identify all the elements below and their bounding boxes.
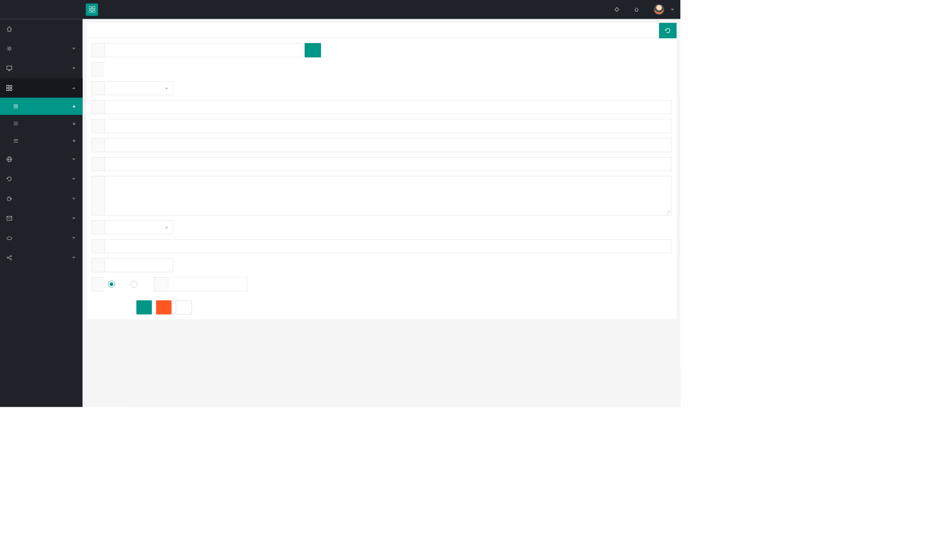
diamond-icon [614, 7, 619, 12]
chevron-down-icon [72, 217, 75, 219]
front-home-link[interactable] [628, 0, 647, 19]
keywords-input[interactable] [105, 158, 672, 171]
svg-rect-6 [7, 66, 12, 69]
home-icon [634, 7, 639, 12]
link-type-value[interactable] [105, 82, 173, 95]
plus-icon: + [73, 120, 75, 126]
keywords-label [91, 157, 104, 171]
svg-point-15 [10, 255, 12, 257]
score-label [91, 220, 104, 234]
site-name-input[interactable] [105, 43, 301, 57]
sub-item-publish-article[interactable]: + [0, 115, 83, 132]
user-menu[interactable] [647, 0, 680, 19]
sidebar-item-system[interactable] [0, 39, 83, 58]
cloud-icon [6, 235, 12, 241]
cup-icon [6, 196, 12, 201]
pub-opt-group [104, 277, 141, 291]
sidebar-item-generate[interactable] [0, 169, 83, 189]
refresh-icon [6, 176, 12, 182]
gear-icon [6, 45, 12, 51]
site-url-label [91, 119, 104, 133]
site-logo-input[interactable] [105, 138, 672, 152]
sidebar-item-columns[interactable] [0, 58, 83, 78]
pub-time-input[interactable] [168, 277, 248, 291]
views-input[interactable] [105, 258, 173, 272]
submit-button[interactable] [136, 301, 152, 315]
back-button[interactable] [176, 301, 192, 315]
link-type-select[interactable] [104, 81, 173, 95]
form [87, 38, 677, 319]
sidebar-item-template[interactable] [0, 188, 83, 208]
svg-rect-3 [93, 10, 95, 13]
list-icon [14, 121, 18, 126]
chevron-down-icon [165, 88, 168, 90]
chevron-down-icon [72, 48, 75, 50]
sidebar-item-home[interactable] [0, 19, 83, 39]
chevron-down-icon [671, 9, 674, 11]
views-label [91, 258, 104, 272]
svg-rect-0 [89, 6, 91, 9]
svg-rect-10 [10, 88, 12, 90]
sidebar-item-content[interactable] [0, 78, 83, 98]
share-icon [6, 255, 12, 260]
subtitle-input[interactable] [105, 101, 672, 114]
list-icon [14, 104, 18, 109]
refresh-cache-link[interactable] [608, 0, 628, 19]
dashboard-toggle-button[interactable] [86, 3, 98, 15]
top-header [0, 0, 680, 19]
fetch-info-button[interactable] [305, 43, 321, 57]
site-logo-label [91, 138, 104, 152]
sub-item-publish-link[interactable]: + [0, 98, 83, 115]
refresh-icon [665, 28, 671, 34]
breadcrumb [87, 23, 677, 38]
home-icon [6, 26, 12, 31]
chevron-up-icon [72, 87, 75, 89]
monitor-icon [6, 65, 12, 71]
chevron-down-icon [165, 227, 168, 229]
qq-input[interactable] [105, 240, 672, 253]
pub-opt-label [91, 277, 104, 291]
radio-static[interactable] [108, 281, 118, 288]
attrs-label [91, 62, 104, 76]
site-name-label [91, 43, 104, 57]
sidebar-item-model[interactable] [0, 149, 83, 169]
score-value[interactable] [105, 221, 173, 234]
grid-icon [89, 6, 95, 13]
globe-icon [6, 156, 12, 162]
sidebar: + + + [0, 19, 83, 407]
grid-icon [6, 85, 12, 91]
main-area [83, 19, 681, 407]
pub-time-label [154, 277, 168, 291]
svg-rect-4 [615, 8, 619, 12]
qq-label [91, 239, 104, 253]
svg-rect-1 [93, 6, 95, 9]
svg-point-16 [10, 258, 12, 260]
radio-icon [131, 281, 138, 288]
score-select[interactable] [104, 220, 173, 234]
svg-rect-9 [7, 88, 9, 90]
sidebar-item-collect[interactable] [0, 228, 83, 248]
desc-label [91, 176, 104, 215]
sidebar-item-batch[interactable] [0, 208, 83, 228]
plus-icon: + [73, 138, 75, 144]
reset-button[interactable] [156, 301, 172, 315]
refresh-button[interactable] [659, 23, 676, 38]
svg-rect-8 [10, 85, 12, 87]
chevron-down-icon [72, 67, 75, 69]
radio-dynamic[interactable] [131, 281, 141, 288]
mail-icon [6, 215, 12, 221]
chevron-down-icon [72, 237, 75, 239]
list-icon [14, 138, 18, 143]
site-url-input[interactable] [105, 119, 672, 133]
chevron-down-icon [72, 178, 75, 180]
avatar [654, 4, 664, 15]
chevron-down-icon [72, 257, 75, 258]
radio-icon [108, 281, 115, 288]
resize-handle-icon[interactable] [666, 210, 670, 214]
svg-rect-7 [7, 85, 9, 87]
desc-textarea[interactable] [105, 176, 672, 215]
sidebar-item-misc[interactable] [0, 248, 83, 268]
svg-point-14 [7, 257, 9, 258]
sub-item-topic[interactable]: + [0, 132, 83, 149]
svg-rect-2 [89, 10, 91, 13]
